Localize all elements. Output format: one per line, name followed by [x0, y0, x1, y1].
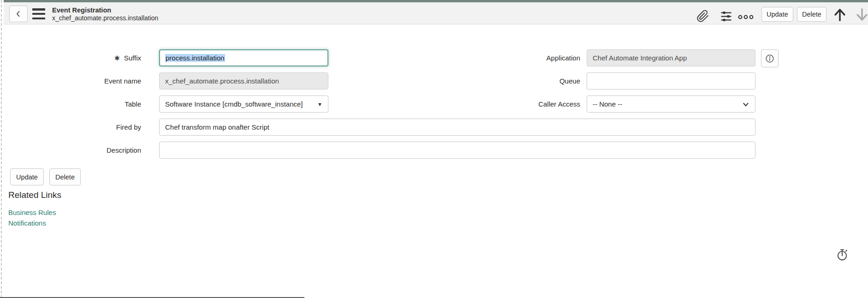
attachment-button[interactable] — [696, 10, 709, 23]
stopwatch-icon — [836, 248, 849, 262]
related-link-notifications[interactable]: Notifications — [8, 219, 46, 227]
back-button[interactable] — [9, 6, 28, 22]
next-record-button[interactable] — [855, 7, 868, 22]
table-label: Table — [18, 95, 141, 113]
event-name-input[interactable] — [159, 72, 328, 89]
info-circle-icon — [765, 54, 775, 64]
fired-by-label: Fired by — [18, 119, 141, 136]
footer-delete-button[interactable]: Delete — [49, 168, 81, 185]
arrow-down-icon — [855, 7, 868, 22]
footer-update-button[interactable]: Update — [10, 168, 44, 185]
related-links-heading: Related Links — [8, 190, 61, 200]
required-marker-icon: ✱ — [114, 54, 120, 62]
personalize-form-button[interactable] — [720, 10, 732, 23]
paperclip-icon — [696, 10, 709, 23]
suffix-selected-text: process.installation — [165, 54, 225, 62]
left-dashed-border — [1, 0, 2, 298]
table-select-value: Software Instance [cmdb_software_instanc… — [165, 100, 303, 108]
table-select[interactable]: Software Instance [cmdb_software_instanc… — [159, 95, 328, 113]
previous-record-button[interactable] — [833, 7, 847, 22]
record-subtitle: x_chef_automate.process.installation — [52, 14, 158, 22]
caller-access-label: Caller Access — [467, 95, 580, 113]
page-title: Event Registration — [52, 6, 158, 14]
event-name-label: Event name — [18, 72, 141, 89]
suffix-input[interactable]: process.installation — [159, 49, 328, 66]
suffix-label: ✱ Suffix — [18, 49, 141, 66]
chevron-left-icon — [14, 10, 23, 18]
sliders-icon — [720, 10, 732, 23]
event-registration-form-page: Event Registration x_chef_automate.proce… — [0, 0, 868, 298]
caller-access-select[interactable]: -- None -- — [587, 95, 755, 113]
chevron-down-icon — [742, 101, 749, 108]
dropdown-triangle-icon: ▼ — [317, 101, 322, 107]
arrow-up-icon — [833, 7, 847, 22]
queue-input[interactable] — [587, 72, 755, 89]
caller-access-value: -- None -- — [593, 100, 622, 108]
application-input[interactable] — [587, 49, 755, 66]
triple-circle-more-icon — [738, 14, 754, 20]
fired-by-input[interactable] — [159, 119, 755, 136]
response-time-button[interactable] — [836, 248, 849, 262]
application-label: Application — [467, 49, 580, 66]
application-info-button[interactable] — [761, 49, 779, 67]
header-update-button[interactable]: Update — [761, 7, 793, 22]
header-delete-button[interactable]: Delete — [797, 7, 826, 22]
queue-label: Queue — [467, 72, 580, 89]
context-menu-icon[interactable] — [32, 8, 45, 19]
description-label: Description — [18, 142, 141, 159]
more-options-button[interactable] — [738, 14, 754, 20]
description-input[interactable] — [159, 142, 755, 159]
form-header: Event Registration x_chef_automate.proce… — [4, 2, 868, 24]
related-link-business-rules[interactable]: Business Rules — [8, 209, 56, 216]
title-block: Event Registration x_chef_automate.proce… — [52, 6, 158, 22]
